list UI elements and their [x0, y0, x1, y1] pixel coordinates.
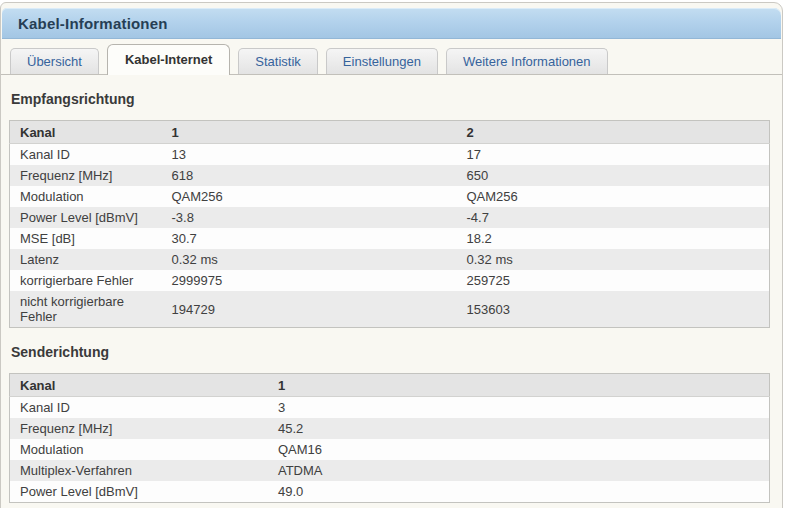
- empfangsrichtung-table: Kanal12Kanal ID1317Frequenz [MHz]618650M…: [9, 120, 770, 328]
- cell-value: -3.8: [162, 207, 457, 228]
- cell-value: 13: [162, 144, 457, 166]
- cell-value: -4.7: [457, 207, 770, 228]
- cell-value: QAM256: [162, 186, 457, 207]
- row-label: Power Level [dBmV]: [10, 481, 268, 503]
- senderichtung-table: Kanal1Kanal ID3Frequenz [MHz]45.2Modulat…: [9, 373, 770, 503]
- section-heading-senderichtung: Senderichtung: [11, 344, 770, 360]
- panel-title: Kabel-Informationen: [18, 15, 168, 32]
- table-row: korrigierbare Fehler2999975259725: [10, 270, 770, 291]
- tab-statistik[interactable]: Statistik: [238, 48, 318, 74]
- tab-weitere-informationen[interactable]: Weitere Informationen: [446, 48, 608, 74]
- row-label: Modulation: [10, 439, 268, 460]
- cell-value: 259725: [457, 270, 770, 291]
- panel-titlebar: Kabel-Informationen: [2, 8, 781, 39]
- row-label: Multiplex-Verfahren: [10, 460, 268, 481]
- cell-value: 3: [268, 397, 770, 419]
- row-label: Kanal ID: [10, 144, 162, 166]
- cell-value: QAM16: [268, 439, 770, 460]
- kabel-informationen-panel: Kabel-Informationen ÜbersichtKabel-Inter…: [0, 2, 783, 508]
- tab-bar: ÜbersichtKabel-InternetStatistikEinstell…: [1, 39, 782, 75]
- column-header: 2: [457, 121, 770, 144]
- table-row: Multiplex-VerfahrenATDMA: [10, 460, 770, 481]
- row-label: nicht korrigierbare Fehler: [10, 291, 162, 328]
- table-header-row: Kanal1: [10, 374, 770, 397]
- table-row: nicht korrigierbare Fehler194729153603: [10, 291, 770, 328]
- row-label: MSE [dB]: [10, 228, 162, 249]
- row-label: Frequenz [MHz]: [10, 165, 162, 186]
- cell-value: 49.0: [268, 481, 770, 503]
- table-row: Power Level [dBmV]49.0: [10, 481, 770, 503]
- cell-value: 45.2: [268, 418, 770, 439]
- tab-kabel-internet[interactable]: Kabel-Internet: [107, 44, 230, 75]
- row-label: Modulation: [10, 186, 162, 207]
- table-row: ModulationQAM256QAM256: [10, 186, 770, 207]
- row-label: Power Level [dBmV]: [10, 207, 162, 228]
- column-header: 1: [268, 374, 770, 397]
- cell-value: 650: [457, 165, 770, 186]
- column-header: Kanal: [10, 374, 268, 397]
- tab-content: EmpfangsrichtungKanal12Kanal ID1317Frequ…: [1, 91, 782, 503]
- tab-ubersicht[interactable]: Übersicht: [10, 48, 99, 74]
- table-row: Kanal ID3: [10, 397, 770, 419]
- table-header-row: Kanal12: [10, 121, 770, 144]
- table-row: Frequenz [MHz]45.2: [10, 418, 770, 439]
- cell-value: 0.32 ms: [162, 249, 457, 270]
- cell-value: 0.32 ms: [457, 249, 770, 270]
- table-row: Kanal ID1317: [10, 144, 770, 166]
- cell-value: 194729: [162, 291, 457, 328]
- row-label: Latenz: [10, 249, 162, 270]
- cell-value: 18.2: [457, 228, 770, 249]
- table-row: Power Level [dBmV]-3.8-4.7: [10, 207, 770, 228]
- row-label: Kanal ID: [10, 397, 268, 419]
- row-label: korrigierbare Fehler: [10, 270, 162, 291]
- cell-value: 30.7: [162, 228, 457, 249]
- tab-einstellungen[interactable]: Einstellungen: [326, 48, 438, 74]
- table-row: ModulationQAM16: [10, 439, 770, 460]
- cell-value: 2999975: [162, 270, 457, 291]
- column-header: Kanal: [10, 121, 162, 144]
- cell-value: ATDMA: [268, 460, 770, 481]
- section-heading-empfangsrichtung: Empfangsrichtung: [11, 91, 770, 107]
- cell-value: 618: [162, 165, 457, 186]
- table-row: Latenz0.32 ms0.32 ms: [10, 249, 770, 270]
- row-label: Frequenz [MHz]: [10, 418, 268, 439]
- table-row: Frequenz [MHz]618650: [10, 165, 770, 186]
- cell-value: 153603: [457, 291, 770, 328]
- column-header: 1: [162, 121, 457, 144]
- table-row: MSE [dB]30.718.2: [10, 228, 770, 249]
- cell-value: 17: [457, 144, 770, 166]
- cell-value: QAM256: [457, 186, 770, 207]
